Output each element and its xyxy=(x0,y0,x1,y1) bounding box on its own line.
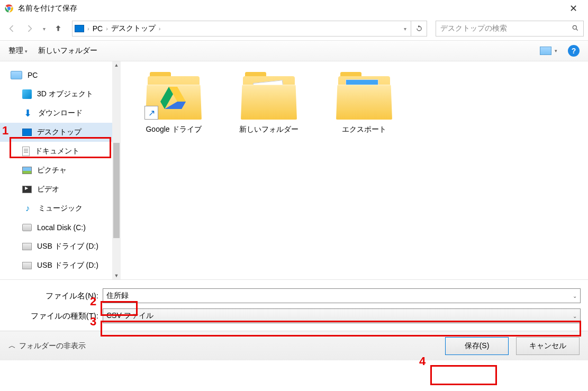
nav-back[interactable] xyxy=(4,21,19,36)
annotation-box-4 xyxy=(430,365,497,385)
usb-icon xyxy=(22,243,32,250)
download-icon: ⬇ xyxy=(22,108,33,119)
tree-item-usb-d-2[interactable]: USB ドライブ (D:) xyxy=(0,256,112,275)
tree-label: ダウンロード xyxy=(38,108,83,118)
refresh-button[interactable] xyxy=(411,21,427,37)
folder-tree: PC 3D オブジェクト ⬇ ダウンロード デスクトップ ドキュメント ピクチャ xyxy=(0,61,112,279)
chevron-right-icon: › xyxy=(106,25,108,32)
file-label: 新しいフォルダー xyxy=(232,125,306,134)
pc-icon xyxy=(11,71,22,79)
filename-label: ファイル名(N): xyxy=(7,291,103,301)
cube-icon xyxy=(22,89,32,99)
titlebar: 名前を付けて保存 ✕ xyxy=(0,0,588,17)
dialog-footer: ︿ フォルダーの非表示 保存(S) キャンセル xyxy=(0,331,588,360)
search-input[interactable]: デスクトップの検索 xyxy=(436,21,584,37)
desktop-icon xyxy=(75,25,84,32)
svg-point-2 xyxy=(573,25,576,29)
chrome-icon xyxy=(4,4,14,13)
scroll-down-icon[interactable]: ▼ xyxy=(114,273,119,278)
picture-icon xyxy=(22,167,32,174)
file-item-export[interactable]: エクスポート xyxy=(327,72,401,134)
chevron-up-icon: ︿ xyxy=(8,341,16,351)
nav-bar: ▾ › PC › デスクトップ › ▾ デスクトップの検索 xyxy=(0,17,588,40)
music-icon: ♪ xyxy=(22,203,33,214)
folder-icon: X xyxy=(240,72,298,120)
save-button[interactable]: 保存(S) xyxy=(445,337,509,355)
breadcrumb-desktop[interactable]: デスクトップ xyxy=(111,24,156,33)
tree-label: ビデオ xyxy=(37,185,59,194)
tree-item-music[interactable]: ♪ ミュージック xyxy=(0,199,112,218)
video-icon xyxy=(22,186,32,193)
scroll-up-icon[interactable]: ▲ xyxy=(114,62,119,68)
address-bar[interactable]: › PC › デスクトップ › ▾ xyxy=(72,21,411,37)
hide-folders-toggle[interactable]: ︿ フォルダーの非表示 xyxy=(8,341,86,351)
tree-item-localdisk-c[interactable]: Local Disk (C:) xyxy=(0,218,112,237)
scrollbar-thumb[interactable] xyxy=(113,143,120,238)
filename-input[interactable]: 住所録 ⌄ xyxy=(103,288,581,303)
tree-item-downloads[interactable]: ⬇ ダウンロード xyxy=(0,104,112,123)
chevron-down-icon[interactable]: ⌄ xyxy=(573,293,577,299)
save-fields: ファイル名(N): 住所録 ⌄ ファイルの種類(T): CSV ファイル ⌄ xyxy=(0,279,588,331)
document-icon xyxy=(22,147,30,156)
google-drive-icon xyxy=(160,87,186,109)
desktop-icon xyxy=(22,129,32,136)
file-label: Google ドライブ xyxy=(137,125,211,134)
address-dropdown-icon[interactable]: ▾ xyxy=(404,26,406,32)
breadcrumb-pc[interactable]: PC xyxy=(93,24,103,33)
tree-item-documents[interactable]: ドキュメント xyxy=(0,142,112,161)
usb-icon xyxy=(22,262,32,269)
file-label: エクスポート xyxy=(327,125,401,134)
hide-folders-label: フォルダーの非表示 xyxy=(19,341,86,351)
window-title: 名前を付けて保存 xyxy=(18,4,563,13)
folder-icon xyxy=(335,72,393,120)
tree-item-pc[interactable]: PC xyxy=(0,66,112,85)
folder-icon: ↗ xyxy=(144,72,203,120)
organize-menu[interactable]: 整理 xyxy=(8,46,28,56)
tree-label: Local Disk (C:) xyxy=(37,223,86,232)
tree-label: ドキュメント xyxy=(35,147,79,156)
tree-label: PC xyxy=(28,71,38,79)
chevron-right-icon: › xyxy=(159,25,161,32)
file-item-google-drive[interactable]: ↗ Google ドライブ xyxy=(137,72,211,134)
tree-label: USB ドライブ (D:) xyxy=(37,242,98,251)
tree-scrollbar[interactable]: ▲ ▼ xyxy=(112,61,121,279)
tree-label: 3D オブジェクト xyxy=(37,89,93,99)
search-icon xyxy=(572,24,579,33)
search-placeholder: デスクトップの検索 xyxy=(440,24,507,33)
tree-item-3dobjects[interactable]: 3D オブジェクト xyxy=(0,85,112,104)
file-item-new-folder[interactable]: X 新しいフォルダー xyxy=(232,72,306,134)
chevron-down-icon[interactable]: ⌄ xyxy=(573,313,577,319)
nav-forward[interactable] xyxy=(22,21,37,36)
tree-label: ミュージック xyxy=(38,204,83,213)
new-folder-button[interactable]: 新しいフォルダー xyxy=(38,46,97,56)
shortcut-icon: ↗ xyxy=(144,106,158,120)
body-area: PC 3D オブジェクト ⬇ ダウンロード デスクトップ ドキュメント ピクチャ xyxy=(0,61,588,279)
close-button[interactable]: ✕ xyxy=(563,3,584,14)
toolbar: 整理 新しいフォルダー ▾ ? xyxy=(0,40,588,61)
view-dropdown-icon[interactable]: ▾ xyxy=(555,48,557,53)
filetype-value: CSV ファイル xyxy=(106,311,153,321)
chevron-right-icon: › xyxy=(87,25,89,32)
help-button[interactable]: ? xyxy=(568,45,580,57)
filetype-label: ファイルの種類(T): xyxy=(7,311,103,321)
tree-item-usb-d-1[interactable]: USB ドライブ (D:) xyxy=(0,237,112,256)
view-options-button[interactable] xyxy=(540,47,551,55)
filename-value: 住所録 xyxy=(106,291,129,301)
disk-icon xyxy=(22,224,32,231)
tree-item-desktop[interactable]: デスクトップ xyxy=(0,123,112,142)
nav-recent-dropdown[interactable]: ▾ xyxy=(40,21,48,36)
tree-label: ピクチャ xyxy=(37,166,67,175)
nav-up[interactable] xyxy=(51,21,66,36)
filetype-select[interactable]: CSV ファイル ⌄ xyxy=(103,308,581,323)
tree-label: USB ドライブ (D:) xyxy=(37,261,98,270)
cancel-button[interactable]: キャンセル xyxy=(516,337,580,355)
tree-item-pictures[interactable]: ピクチャ xyxy=(0,161,112,180)
svg-point-1 xyxy=(7,7,11,10)
tree-item-videos[interactable]: ビデオ xyxy=(0,180,112,199)
tree-label: デスクトップ xyxy=(37,128,82,137)
file-list: ↗ Google ドライブ X 新しいフォルダー xyxy=(121,61,588,279)
